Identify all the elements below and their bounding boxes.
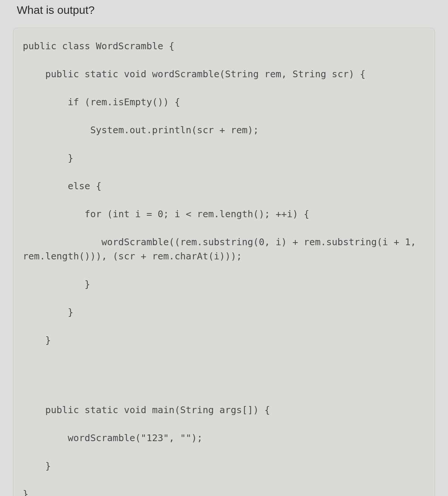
question-title: What is output?	[11, 4, 437, 16]
code-container: public class WordScramble { public stati…	[13, 28, 435, 496]
code-block: public class WordScramble { public stati…	[23, 39, 425, 496]
